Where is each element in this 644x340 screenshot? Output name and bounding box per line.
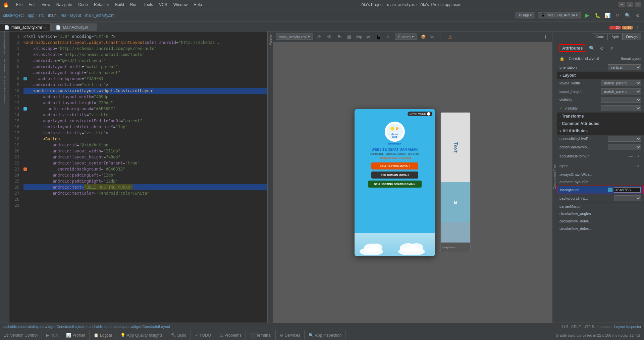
design-preview-area[interactable]: DARK MODE dewa web xyxy=(273,42,552,323)
editor-settings-btn[interactable]: ⋮ xyxy=(634,24,641,31)
actionbar-row: actionBarNavMo... xyxy=(557,143,644,151)
menu-build[interactable]: Build xyxy=(112,2,127,8)
btn-hosting[interactable]: BELI HOSTING MURAH xyxy=(371,162,418,169)
menu-file[interactable]: File xyxy=(13,2,25,8)
visibility-row-2: ✓ visibility visible xyxy=(557,104,644,113)
flag-btn[interactable]: ⚑ xyxy=(336,33,343,41)
layout-inspector-btn[interactable]: Layout Inspector xyxy=(614,325,641,329)
run-button[interactable]: ▶ xyxy=(584,12,591,19)
menu-refactor[interactable]: Refactor xyxy=(91,2,112,8)
visibility-select-2[interactable]: visible xyxy=(601,105,641,111)
attr-close-btn[interactable]: ✕ xyxy=(608,45,615,52)
tab-mainactivity-kt[interactable]: 📄 MainActivity.kt ✕ xyxy=(51,23,97,31)
device-dropdown[interactable]: 📱 Pixel 3 XL API 34 ▾ xyxy=(538,12,581,18)
custom-dropdown[interactable]: Custom ▾ xyxy=(395,33,417,40)
info-btn[interactable]: ℹ xyxy=(542,33,549,41)
menu-edit[interactable]: Edit xyxy=(26,2,38,8)
menu-navigate[interactable]: Navigate xyxy=(54,2,75,8)
dark-mode-toggle[interactable]: DARK MODE xyxy=(408,112,432,116)
sidebar-item-resource-manager[interactable]: Resource Manager xyxy=(1,33,8,40)
bottom-tab-terminal[interactable]: ⬛ Terminal xyxy=(246,330,276,340)
menu-window[interactable]: Window xyxy=(171,2,191,8)
breadcrumb-file[interactable]: main_activity.xml xyxy=(85,13,115,18)
settings-button[interactable]: ⚙ xyxy=(634,12,641,19)
tab-close-kt[interactable]: ✕ xyxy=(90,26,93,29)
background-color-swatch[interactable] xyxy=(608,188,612,192)
layout-height-select[interactable]: match_parent wrap_content xyxy=(601,88,641,94)
orient-btn[interactable]: ⇄ xyxy=(365,33,372,41)
title-bar-left: 🔥 File Edit View Navigate Code Refactor … xyxy=(3,1,205,8)
bottom-tab-services[interactable]: ⚙ Services xyxy=(276,330,305,340)
layout-width-select[interactable]: match_parent wrap_content xyxy=(601,80,641,86)
tab-main-activity-xml[interactable]: 📄 main_activity.xml ✕ xyxy=(0,23,51,31)
split-view-btn[interactable]: Split xyxy=(608,33,622,40)
orientation-select[interactable]: vertical horizontal xyxy=(608,64,641,70)
file-dropdown[interactable]: main_activity.xml ▾ xyxy=(276,33,313,40)
maximize-button[interactable]: □ xyxy=(627,2,633,7)
sidebar-item-build-variants[interactable]: Build Variants xyxy=(1,92,8,99)
menu-run[interactable]: Run xyxy=(127,2,140,8)
visibility-select-1[interactable]: visible invisible gone xyxy=(601,97,641,103)
sidebar-item-project[interactable]: Project xyxy=(1,48,8,55)
line-num: 20 xyxy=(15,148,19,154)
breadcrumb-res[interactable]: res xyxy=(61,13,66,18)
device-btn[interactable]: 📱 xyxy=(375,33,382,41)
cursor-btn[interactable]: ↖ xyxy=(385,33,392,41)
run-config-dropdown[interactable]: ⚙ app ▾ xyxy=(516,12,535,18)
eye-btn[interactable]: 👁 xyxy=(326,33,333,41)
menu-help[interactable]: Help xyxy=(191,2,205,8)
breadcrumb-src[interactable]: src xyxy=(39,13,44,18)
debug-button[interactable]: 🐛 xyxy=(594,12,601,19)
code-text-area[interactable]: <?xml version="1.0" encoding="utf-8"?> <… xyxy=(21,31,267,323)
attr-settings-btn[interactable]: ⚙ xyxy=(598,45,605,52)
refresh-btn[interactable]: ⟳ xyxy=(316,33,323,41)
bottom-tab-run[interactable]: ▶ Run xyxy=(42,330,62,340)
layout-section-header[interactable]: ▾ Layout xyxy=(557,72,644,79)
menu-tools[interactable]: Tools xyxy=(141,2,156,8)
breadcrumb-app[interactable]: app xyxy=(28,13,35,18)
bottom-tab-profiler[interactable]: 📊 Profiler xyxy=(62,330,90,340)
bottom-tab-build[interactable]: 🔨 Build xyxy=(167,330,191,340)
backgroundtint-select[interactable] xyxy=(614,195,641,201)
transforms-section-header[interactable]: › Transforms xyxy=(557,113,644,120)
line-num: 3 xyxy=(17,46,19,52)
btn-domain[interactable]: CEK DOMAIN MURAH xyxy=(371,172,418,179)
right-toolbar: Code Split Design xyxy=(557,31,644,42)
menu-view[interactable]: View xyxy=(39,2,53,8)
alpha-reset-icon[interactable]: ↺ xyxy=(634,162,641,169)
layout-btn[interactable]: ▦ xyxy=(346,33,353,41)
bottom-tab-logcat[interactable]: 📋 Logcat xyxy=(90,330,116,340)
addstates-reset-icon[interactable]: ↺ xyxy=(634,152,641,160)
editor-content-area[interactable]: 1 2 3 4 5 6 7 8 9 10 11 12 13 14 15 16 1… xyxy=(9,31,267,323)
actionbar-select[interactable] xyxy=(608,144,641,150)
btn-free-domain[interactable]: BELI HOSTING GRATIS DOMAIN xyxy=(368,181,422,188)
bottom-tab-version-control[interactable]: ⎇ Version Control xyxy=(0,330,42,340)
background-value-input[interactable] xyxy=(614,187,641,193)
profile-button[interactable]: 📊 xyxy=(604,12,611,19)
bottom-tab-app-quality[interactable]: 💡 App Quality Insights xyxy=(116,330,167,340)
design-view-btn[interactable]: Design xyxy=(623,33,641,40)
breadcrumb-main[interactable]: main xyxy=(48,13,57,18)
profiler-label: Profiler xyxy=(72,333,85,338)
menu-code[interactable]: Code xyxy=(75,2,91,8)
breadcrumb-layout[interactable]: layout xyxy=(70,13,81,18)
all-attributes-section-header[interactable]: ▾ All Attributes xyxy=(557,127,644,135)
sync-button[interactable]: ⟳ xyxy=(614,12,621,19)
bottom-tab-app-inspection[interactable]: 🔍 App Inspection xyxy=(305,330,346,340)
more-btn[interactable]: ⋮ xyxy=(436,33,444,41)
breadcrumb-project[interactable]: ZilasProject xyxy=(3,13,24,18)
tab-close-xml[interactable]: ✕ xyxy=(44,26,46,29)
bottom-tab-todo[interactable]: ✓ TODO xyxy=(191,330,215,340)
common-attributes-section-header[interactable]: › Common Attributes xyxy=(557,120,644,127)
accessibility-select[interactable] xyxy=(608,136,641,142)
bottom-tab-problems[interactable]: ⚠ Problems xyxy=(215,330,246,340)
sidebar-item-structure[interactable]: Structure xyxy=(1,77,8,84)
search-global-button[interactable]: 🔍 xyxy=(624,12,631,19)
close-button[interactable]: ✕ xyxy=(635,2,641,7)
code-view-btn[interactable]: Code xyxy=(592,33,608,40)
menu-vcs[interactable]: VCS xyxy=(156,2,170,8)
sidebar-item-bookmarks[interactable]: Bookmarks xyxy=(1,62,8,70)
attr-search-btn[interactable]: 🔍 xyxy=(588,45,595,52)
minimize-button[interactable]: ─ xyxy=(619,2,625,7)
background-label: background xyxy=(560,188,608,192)
